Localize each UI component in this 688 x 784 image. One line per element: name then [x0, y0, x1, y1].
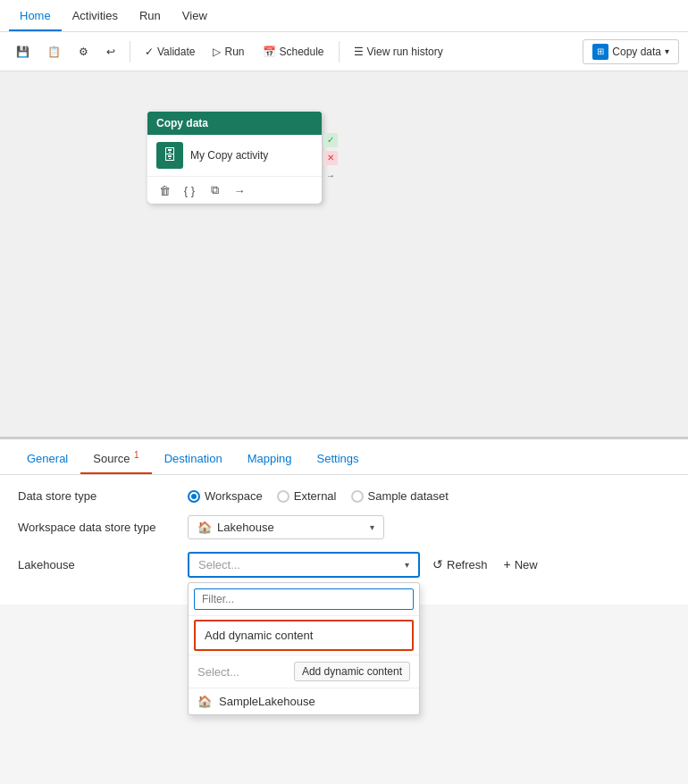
refresh-button[interactable]: ↺ Refresh: [429, 552, 491, 577]
workspace-ds-type-label: Workspace data store type: [18, 521, 188, 534]
validate-button[interactable]: ✓ Validate: [138, 42, 202, 62]
nav-tab-home[interactable]: Home: [9, 2, 62, 31]
plus-icon: +: [504, 557, 511, 571]
new-button[interactable]: + New: [500, 552, 541, 577]
undo-button[interactable]: ↩: [99, 42, 122, 62]
play-icon: ▷: [213, 46, 221, 58]
tab-destination[interactable]: Destination: [152, 445, 235, 474]
activity-node[interactable]: Copy data 🗄 My Copy activity 🗑 { } ⧉ → ✓…: [147, 112, 322, 204]
lakehouse-dropdown-wrapper: Select... ▾ Add dynamic content: [188, 552, 420, 578]
panel-tabs: General Source 1 Destination Mapping Set…: [0, 439, 688, 475]
delete-activity-button[interactable]: 🗑: [155, 180, 174, 200]
lakehouse-row: Lakehouse Select... ▾: [18, 552, 670, 578]
tab-mapping[interactable]: Mapping: [235, 445, 305, 474]
radio-sample-dataset[interactable]: Sample dataset: [351, 489, 449, 503]
toolbar: 💾 📋 ⚙ ↩ ✓ Validate ▷ Run 📅 Schedule ☰ Vi…: [0, 32, 688, 71]
activity-body: 🗄 My Copy activity: [147, 135, 322, 176]
publish-icon: 📋: [47, 46, 61, 58]
activity-footer: 🗑 { } ⧉ →: [147, 176, 322, 204]
radio-sample-circle: [351, 490, 364, 503]
separator-2: [339, 41, 340, 63]
checkmark-icon: ✓: [145, 46, 154, 58]
save-icon: 💾: [16, 46, 29, 58]
lakehouse-dropdown-popup: Add dynamic content Select... Add dynami…: [188, 582, 420, 715]
refresh-icon: ↺: [432, 557, 443, 571]
lakehouse-dropdown[interactable]: Select... ▾: [188, 552, 420, 578]
copy-data-icon: ⊞: [592, 44, 608, 60]
data-store-type-row: Data store type Workspace External Sampl…: [18, 489, 670, 503]
copy-activity-button[interactable]: ⧉: [205, 180, 224, 200]
filter-input[interactable]: [194, 588, 414, 610]
filter-wrapper: [189, 583, 419, 616]
next-connector[interactable]: →: [323, 169, 338, 183]
canvas: Copy data 🗄 My Copy activity 🗑 { } ⧉ → ✓…: [0, 71, 688, 438]
nav-tab-run[interactable]: Run: [129, 2, 172, 31]
activity-type-icon: 🗄: [156, 142, 183, 169]
run-activity-button[interactable]: →: [230, 180, 249, 200]
source-tab-badge: 1: [134, 450, 139, 460]
lakehouse-dropdown-icon: 🏠: [197, 521, 212, 534]
copy-data-chevron: ▾: [665, 46, 669, 56]
run-button[interactable]: ▷ Run: [206, 42, 251, 62]
gear-icon: ⚙: [79, 46, 88, 58]
activity-name: My Copy activity: [190, 149, 268, 162]
radio-sample-label: Sample dataset: [368, 489, 449, 503]
radio-workspace-circle: [188, 490, 200, 503]
history-icon: ☰: [354, 46, 364, 58]
data-store-type-value: Workspace External Sample dataset: [188, 489, 670, 503]
sample-lakehouse-icon: 🏠: [197, 695, 212, 708]
bottom-panel: General Source 1 Destination Mapping Set…: [0, 438, 688, 605]
radio-external[interactable]: External: [277, 489, 337, 503]
panel-content: Data store type Workspace External Sampl…: [0, 475, 688, 605]
radio-external-label: External: [294, 489, 337, 503]
lakehouse-label: Lakehouse: [18, 552, 188, 571]
fail-connector[interactable]: ✕: [323, 151, 338, 165]
lakehouse-chevron: ▾: [405, 560, 409, 570]
settings-button[interactable]: ⚙: [71, 42, 96, 62]
code-activity-button[interactable]: { }: [180, 180, 199, 200]
tab-source[interactable]: Source 1: [80, 443, 151, 474]
radio-workspace-label: Workspace: [205, 489, 263, 503]
separator-1: [130, 41, 130, 63]
success-connector[interactable]: ✓: [323, 133, 338, 147]
sample-lakehouse-item[interactable]: 🏠 SampleLakehouse: [189, 688, 419, 714]
activity-header: Copy data: [147, 112, 322, 135]
calendar-icon: 📅: [263, 46, 276, 58]
lakehouse-controls: Select... ▾ Add dynamic content: [188, 552, 541, 578]
schedule-button[interactable]: 📅 Schedule: [256, 42, 331, 62]
publish-button[interactable]: 📋: [40, 42, 68, 62]
save-button[interactable]: 💾: [9, 42, 37, 62]
workspace-ds-type-dropdown[interactable]: 🏠 Lakehouse ▾: [188, 515, 384, 539]
workspace-ds-type-value-text: Lakehouse: [217, 521, 274, 534]
select-placeholder-item[interactable]: Select... Add dynamic content: [189, 655, 419, 688]
add-dynamic-content-label: Add dynamic content: [205, 629, 313, 642]
activity-title: Copy data: [156, 117, 208, 129]
top-nav: Home Activities Run View: [0, 0, 688, 32]
nav-tab-view[interactable]: View: [172, 2, 218, 31]
nav-tab-activities[interactable]: Activities: [62, 2, 129, 31]
data-store-type-label: Data store type: [18, 489, 188, 503]
sample-lakehouse-label: SampleLakehouse: [219, 695, 315, 708]
undo-icon: ↩: [106, 46, 115, 58]
add-dynamic-content-item[interactable]: Add dynamic content: [194, 620, 414, 651]
tab-general[interactable]: General: [14, 445, 80, 474]
tab-settings[interactable]: Settings: [305, 445, 372, 474]
lakehouse-value: Select... ▾ Add dynamic content: [188, 552, 670, 578]
view-run-history-button[interactable]: ☰ View run history: [347, 42, 450, 62]
workspace-ds-chevron: ▾: [370, 522, 374, 532]
copy-data-button[interactable]: ⊞ Copy data ▾: [583, 39, 679, 64]
lakehouse-placeholder: Select...: [198, 558, 240, 571]
radio-external-circle: [277, 490, 289, 503]
node-connectors: ✓ ✕ →: [323, 112, 338, 204]
add-dynamic-tooltip-box: Add dynamic content: [294, 662, 410, 681]
workspace-ds-type-row: Workspace data store type 🏠 Lakehouse ▾: [18, 515, 670, 539]
workspace-ds-type-value: 🏠 Lakehouse ▾: [188, 515, 670, 539]
radio-workspace[interactable]: Workspace: [188, 489, 263, 503]
radio-group-store-type: Workspace External Sample dataset: [188, 489, 449, 503]
select-placeholder-text: Select...: [197, 665, 239, 679]
